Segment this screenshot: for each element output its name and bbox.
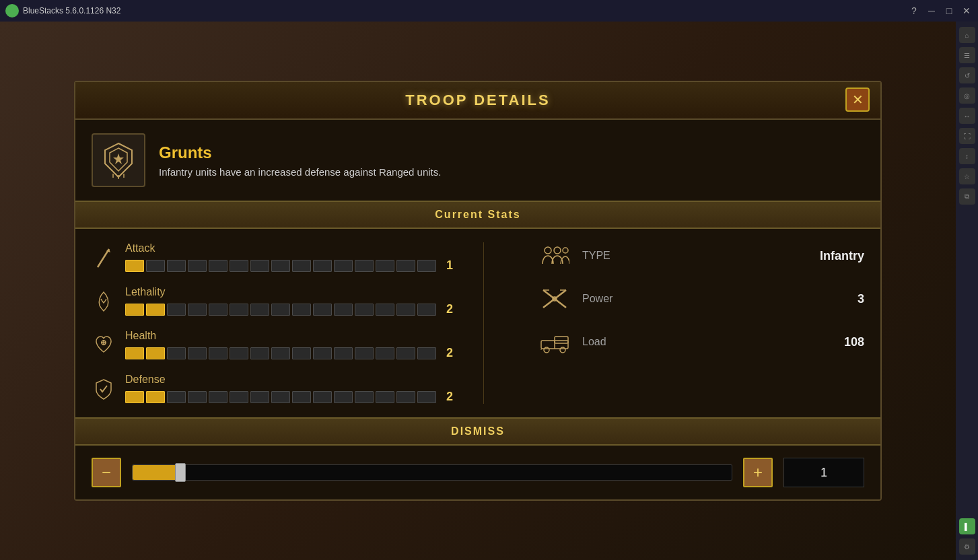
minimize-btn[interactable]: ─ [925,5,938,17]
lethality-label: Lethality [125,286,456,298]
bar-segment [250,391,269,403]
load-stat-row: Load 108 [538,328,864,355]
bar-segment [250,260,269,272]
lethality-bar [125,304,436,316]
svg-point-13 [563,248,568,253]
slider-track [133,465,180,480]
bar-segment [125,391,144,403]
bar-segment [313,347,332,359]
dismiss-minus-btn[interactable]: − [92,458,121,487]
bar-segment [313,391,332,403]
defense-bar-container: 2 [125,390,456,404]
health-icon [92,333,116,357]
bar-segment [271,304,290,316]
health-bar [125,347,436,359]
bar-segment [292,391,311,403]
svg-line-6 [98,249,109,267]
dismiss-plus-btn[interactable]: + [743,458,773,487]
bar-segment [271,260,290,272]
lethality-icon [92,289,116,314]
slider-thumb[interactable] [175,463,186,482]
dismiss-quantity-input[interactable] [783,458,864,487]
sidebar-icon-gear[interactable]: ⚙ [959,538,975,555]
bar-segment [313,260,332,272]
troop-name: Grunts [159,143,441,162]
load-label: Load [582,336,833,348]
bar-segment [271,391,290,403]
lethality-bar-container: 2 [125,302,456,316]
defense-value: 2 [443,390,456,404]
stats-body: Attack 1 [75,229,880,417]
bar-segment [292,260,311,272]
bar-segment [188,347,207,359]
close-modal-btn[interactable]: ✕ [845,88,870,112]
restore-btn[interactable]: □ [943,5,955,17]
bar-segment [396,391,415,403]
troop-icon [92,133,145,187]
bar-segment [209,391,228,403]
bar-segment [396,260,415,272]
bar-segment [313,304,332,316]
bar-segment [209,260,228,272]
stats-divider [483,242,484,404]
bar-segment [188,304,207,316]
sidebar-icon-7[interactable]: ↕ [959,148,975,164]
bar-segment [230,304,248,316]
type-stat-row: TYPE Infantry [538,242,864,269]
stat-row-attack: Attack 1 [92,242,456,273]
defense-icon [92,377,116,401]
sidebar-icon-5[interactable]: ↔ [959,108,975,124]
bar-segment [334,347,353,359]
type-icon [538,242,571,269]
health-value: 2 [443,346,456,360]
bar-segment [376,304,394,316]
bar-segment [125,347,144,359]
attack-bar [125,260,436,272]
bar-segment [146,260,165,272]
sidebar-icon-green[interactable]: ▌ [959,518,975,534]
close-window-btn[interactable]: ✕ [960,5,973,17]
bar-segment [209,347,228,359]
bar-segment [146,304,165,316]
bar-segment [292,347,311,359]
bar-segment [396,347,415,359]
lethality-content: Lethality 2 [125,286,456,316]
titlebar-controls: ? ─ □ ✕ [908,5,973,17]
stats-right: TYPE Infantry [511,242,864,404]
sidebar-icon-6[interactable]: ⛶ [959,128,975,144]
troop-text: Grunts Infantry units have an increased … [159,143,441,178]
svg-point-12 [554,247,561,254]
bar-segment [355,260,374,272]
bar-segment [355,304,374,316]
bar-segment [146,391,165,403]
bluestacks-logo [5,4,19,18]
help-btn[interactable]: ? [908,5,920,17]
dismiss-header: DISMISS [75,417,880,446]
sidebar-icon-2[interactable]: ☰ [959,47,975,63]
dismiss-slider[interactable] [132,464,732,481]
modal-overlay: TROOP DETAILS ✕ Grunts [0,22,956,560]
bar-segment [250,347,269,359]
attack-bar-container: 1 [125,258,456,273]
bar-segment [125,260,144,272]
sidebar-icon-1[interactable]: ⌂ [959,27,975,43]
bar-segment [417,391,436,403]
sidebar-icon-4[interactable]: ◎ [959,88,975,104]
health-label: Health [125,330,456,342]
sidebar-icon-8[interactable]: ☆ [959,168,975,184]
bar-segment [125,304,144,316]
defense-label: Defense [125,374,456,386]
sidebar-icon-3[interactable]: ↺ [959,67,975,83]
bar-segment [376,391,394,403]
troop-details-modal: TROOP DETAILS ✕ Grunts [74,81,882,501]
power-stat-row: Power 3 [538,285,864,312]
svg-point-22 [560,347,565,353]
bar-segment [417,347,436,359]
stat-row-health: Health 2 [92,330,456,360]
bar-segment [188,391,207,403]
load-icon [538,328,571,355]
attack-content: Attack 1 [125,242,456,273]
stat-row-defense: Defense 2 [92,374,456,404]
sidebar-icon-9[interactable]: ⧉ [959,188,975,205]
health-content: Health 2 [125,330,456,360]
